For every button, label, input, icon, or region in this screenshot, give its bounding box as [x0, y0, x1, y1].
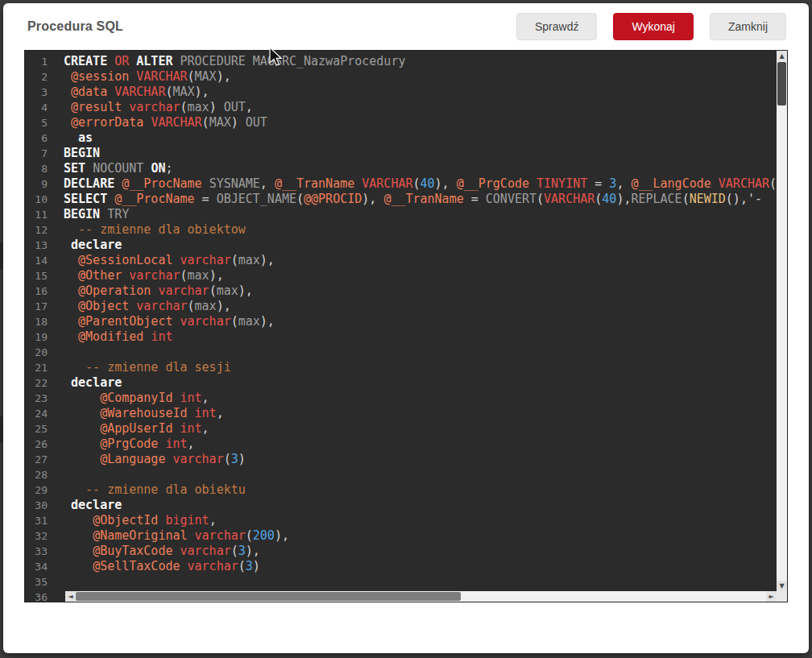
line-number: 14	[25, 253, 64, 268]
code-line: 23 @CompanyId int,	[25, 391, 787, 406]
line-number: 19	[25, 329, 64, 345]
code-text: as	[64, 130, 93, 146]
scroll-up-icon[interactable]: ▲	[777, 51, 787, 61]
code-text: SET NOCOUNT ON;	[64, 161, 172, 176]
line-number: 27	[25, 452, 64, 467]
vertical-scrollbar[interactable]: ▲ ▼	[777, 51, 787, 591]
code-line: 18 @ParentObject varchar(max),	[25, 314, 787, 329]
execute-button[interactable]: Wykonaj	[613, 13, 694, 40]
code-text: CREATE OR ALTER PROCEDURE MAGSRC_NazwaPr…	[64, 54, 405, 69]
code-line: 22 declare	[25, 375, 787, 391]
code-line: 35	[25, 574, 787, 590]
code-line: 10SELECT @__ProcName = OBJECT_NAME(@@PRO…	[25, 192, 787, 207]
code-line: 21 -- zmienne dla sesji	[25, 360, 787, 375]
code-text: SELECT @__ProcName = OBJECT_NAME(@@PROCI…	[64, 192, 762, 207]
line-number: 12	[25, 222, 64, 238]
code-line: 26 @PrgCode int,	[25, 437, 787, 452]
line-number: 3	[25, 85, 64, 100]
line-number: 6	[25, 130, 64, 146]
code-text: @CompanyId int,	[64, 391, 209, 406]
line-number: 24	[25, 406, 64, 421]
line-number: 20	[25, 345, 64, 360]
line-number: 28	[25, 467, 64, 482]
line-number: 31	[25, 513, 64, 528]
code-line: 20	[25, 345, 787, 360]
code-line: 5 @errorData VARCHAR(MAX) OUT	[25, 115, 787, 130]
code-text: @Language varchar(3)	[64, 452, 246, 467]
line-number: 15	[25, 268, 64, 283]
line-number: 26	[25, 437, 64, 452]
line-number: 21	[25, 360, 64, 375]
horizontal-scrollbar-thumb[interactable]	[76, 592, 461, 601]
code-line: 25 @AppUserId int,	[25, 421, 787, 437]
line-number: 4	[25, 100, 64, 115]
code-line: 12 -- zmienne dla obiektow	[25, 222, 787, 238]
code-line: 9DECLARE @__ProcName SYSNAME, @__TranNam…	[25, 176, 787, 192]
code-lines: 1CREATE OR ALTER PROCEDURE MAGSRC_NazwaP…	[25, 51, 787, 602]
code-text: @SessionLocal varchar(max),	[64, 253, 275, 268]
sql-code-editor[interactable]: 1CREATE OR ALTER PROCEDURE MAGSRC_NazwaP…	[24, 50, 788, 602]
code-text: @data VARCHAR(MAX),	[64, 85, 209, 100]
code-line: 8SET NOCOUNT ON;	[25, 161, 787, 176]
code-line: 11BEGIN TRY	[25, 207, 787, 222]
code-line: 27 @Language varchar(3)	[25, 452, 787, 467]
code-text: declare	[64, 498, 122, 513]
code-text: -- zmienne dla sesji	[64, 360, 231, 375]
line-number: 9	[25, 176, 64, 192]
line-number: 8	[25, 161, 64, 176]
scroll-right-icon[interactable]: ►	[766, 591, 777, 602]
check-button[interactable]: Sprawdź	[516, 13, 597, 40]
scroll-down-icon[interactable]: ▼	[777, 581, 787, 591]
code-text: BEGIN TRY	[64, 207, 129, 222]
code-line: 13 declare	[25, 238, 787, 253]
vertical-scrollbar-thumb[interactable]	[777, 62, 786, 106]
line-number: 18	[25, 314, 64, 329]
code-line: 4 @result varchar(max) OUT,	[25, 100, 787, 115]
scroll-left-icon[interactable]: ◄	[65, 591, 76, 602]
code-line: 19 @Modified int	[25, 329, 787, 345]
code-text: @Modified int	[64, 329, 172, 345]
code-text: @errorData VARCHAR(MAX) OUT	[64, 115, 267, 130]
code-line: 7BEGIN	[25, 146, 787, 161]
line-number: 29	[25, 482, 64, 498]
line-number: 10	[25, 192, 64, 207]
code-line: 1CREATE OR ALTER PROCEDURE MAGSRC_NazwaP…	[25, 54, 787, 69]
code-line: 15 @Other varchar(max),	[25, 268, 787, 283]
dialog-actions: Sprawdź Wykonaj Zamknij	[516, 13, 786, 40]
code-text: @BuyTaxCode varchar(3),	[64, 544, 260, 559]
dialog-header: Procedura SQL Sprawdź Wykonaj Zamknij	[3, 3, 809, 50]
horizontal-scrollbar[interactable]: ◄ ►	[65, 591, 777, 602]
code-line: 32 @NameOriginal varchar(200),	[25, 528, 787, 544]
code-line: 24 @WarehouseId int,	[25, 406, 787, 421]
line-number: 7	[25, 146, 64, 161]
code-text: @Object varchar(max),	[64, 299, 231, 314]
code-line: 17 @Object varchar(max),	[25, 299, 787, 314]
code-line: 31 @ObjectId bigint,	[25, 513, 787, 528]
code-text: @result varchar(max) OUT,	[64, 100, 253, 115]
line-number: 11	[25, 207, 64, 222]
code-text: -- zmienne dla obiektu	[64, 482, 246, 498]
code-text: @Other varchar(max),	[64, 268, 224, 283]
sql-procedure-dialog: Procedura SQL Sprawdź Wykonaj Zamknij 1C…	[3, 3, 809, 653]
line-number: 17	[25, 299, 64, 314]
code-line: 6 as	[25, 130, 787, 146]
line-number: 13	[25, 238, 64, 253]
code-line: 2 @session VARCHAR(MAX),	[25, 69, 787, 85]
line-number: 16	[25, 283, 64, 299]
code-text: declare	[64, 375, 122, 391]
code-text: @AppUserId int,	[64, 421, 209, 437]
line-number: 5	[25, 115, 64, 130]
line-number: 33	[25, 544, 64, 559]
line-number: 32	[25, 528, 64, 544]
code-text: @NameOriginal varchar(200),	[64, 528, 289, 544]
code-line: 30 declare	[25, 498, 787, 513]
code-text: -- zmienne dla obiektow	[64, 222, 246, 238]
code-text: @PrgCode int,	[64, 437, 195, 452]
code-line: 33 @BuyTaxCode varchar(3),	[25, 544, 787, 559]
close-button[interactable]: Zamknij	[710, 13, 786, 40]
code-line: 28	[25, 467, 787, 482]
line-number: 30	[25, 498, 64, 513]
line-number: 2	[25, 69, 64, 85]
code-text: @ObjectId bigint,	[64, 513, 217, 528]
code-text: BEGIN	[64, 146, 100, 161]
